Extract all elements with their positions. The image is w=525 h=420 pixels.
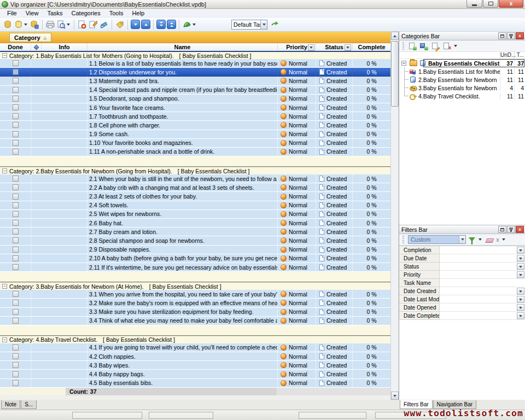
- task-row[interactable]: 2.4 Soft towels. Normal Created 0 %: [0, 201, 390, 210]
- done-checkbox[interactable]: [13, 96, 19, 102]
- task-row[interactable]: 1.3 Maternity pads and bra. Normal Creat…: [0, 77, 390, 85]
- done-checkbox[interactable]: [13, 229, 19, 235]
- menu-item[interactable]: Tools: [105, 9, 128, 18]
- task-row[interactable]: 1.5 Deodorant, soap and shampoo. Normal …: [0, 95, 390, 103]
- panel-restore-icon[interactable]: [498, 226, 506, 233]
- filter-dropdown-icon[interactable]: [517, 304, 524, 311]
- task-name[interactable]: 1.1 Below is a list of baby essentials i…: [88, 59, 278, 67]
- task-name[interactable]: 4.4 Baby nappy bags.: [88, 370, 278, 378]
- task-name[interactable]: 1.6 Your favorite face creams.: [88, 103, 278, 112]
- done-checkbox[interactable]: [13, 194, 19, 200]
- apply-filter-caret-icon[interactable]: [479, 238, 482, 241]
- task-name[interactable]: 2.9 Disposable nappies.: [88, 246, 278, 254]
- task-row[interactable]: 1.2 Disposable underwear for you. Normal…: [0, 68, 390, 77]
- categories-more-caret-icon[interactable]: [454, 45, 457, 47]
- task-name[interactable]: 3.3 Make sure you have sterilization equ…: [88, 308, 278, 316]
- done-checkbox[interactable]: [13, 291, 19, 297]
- edit-category-icon[interactable]: [431, 42, 440, 50]
- status-cell[interactable]: Created: [316, 228, 353, 236]
- filter-preset-dropdown-icon[interactable]: [459, 236, 465, 243]
- status-cell[interactable]: Created: [316, 95, 353, 103]
- tree-category-row[interactable]: 1.Baby Essentials List for Mothers 11 11: [399, 67, 525, 75]
- task-name[interactable]: 1.5 Deodorant, soap and shampoo.: [88, 95, 278, 103]
- tree-category-label[interactable]: 2.Baby Essentials for Newborn: [417, 77, 500, 83]
- priority-cell[interactable]: Normal: [278, 77, 316, 85]
- maximize-button[interactable]: [483, 0, 498, 8]
- edit-task-icon[interactable]: [88, 19, 98, 30]
- priority-cell[interactable]: Normal: [278, 370, 316, 378]
- task-row[interactable]: 2.6 Baby hat. Normal Created 0 %: [0, 219, 390, 228]
- move-bottom-icon[interactable]: [156, 20, 166, 29]
- filter-value-field[interactable]: [440, 295, 517, 304]
- panel-close-icon[interactable]: x: [516, 226, 524, 233]
- task-name[interactable]: 2.10 A baby bath (before giving a bath f…: [88, 254, 278, 262]
- new-database-icon[interactable]: [2, 19, 13, 30]
- priority-cell[interactable]: Normal: [278, 317, 316, 325]
- task-row[interactable]: 3.1 When you arrive from the hospital, y…: [0, 290, 390, 299]
- priority-filter-dropdown-icon[interactable]: [308, 44, 314, 51]
- task-row[interactable]: 1.9 Some cash. Normal Created 0 %: [0, 130, 390, 139]
- scrollbar-thumb[interactable]: [391, 41, 399, 107]
- task-row[interactable]: 4.1 If you are going to travel with your…: [0, 343, 390, 352]
- group-header-row[interactable]: − Category: 3.Baby Essentials for Newbor…: [0, 283, 390, 290]
- filter-dropdown-icon[interactable]: [517, 247, 524, 254]
- status-cell[interactable]: Created: [316, 174, 353, 183]
- apply-view-icon[interactable]: [270, 19, 281, 30]
- status-cell[interactable]: Created: [316, 219, 353, 227]
- status-cell[interactable]: Created: [316, 308, 353, 316]
- task-name[interactable]: 1.10 Your favorite books and magazines.: [88, 139, 278, 147]
- task-row[interactable]: 4.5 Baby essentials bibs. Normal Created…: [0, 379, 390, 388]
- task-name[interactable]: 1.3 Maternity pads and bra.: [88, 77, 278, 85]
- clear-filter-icon[interactable]: [486, 238, 494, 243]
- task-row[interactable]: 1.7 Toothbrush and toothpaste. Normal Cr…: [0, 112, 390, 121]
- status-cell[interactable]: Created: [316, 343, 353, 352]
- filter-value-field[interactable]: [440, 304, 517, 312]
- filter-value-field[interactable]: [440, 312, 517, 320]
- menu-item[interactable]: Help: [127, 9, 149, 18]
- combo-dropdown-icon[interactable]: [260, 20, 267, 29]
- task-name[interactable]: 2.5 Wet wipes for newborns.: [88, 210, 278, 218]
- task-row[interactable]: 1.1 Below is a list of baby essentials i…: [0, 59, 390, 68]
- task-name[interactable]: 2.6 Baby hat.: [88, 219, 278, 227]
- bottom-tab[interactable]: S...: [21, 400, 37, 409]
- status-cell[interactable]: Created: [316, 192, 353, 200]
- priority-cell[interactable]: Normal: [278, 95, 316, 103]
- task-name[interactable]: 2.2 A baby crib with a changing mat and …: [88, 183, 278, 191]
- done-checkbox[interactable]: [13, 149, 19, 155]
- print-icon[interactable]: [45, 19, 56, 30]
- priority-cell[interactable]: Normal: [278, 246, 316, 254]
- task-row[interactable]: 2.2 A baby crib with a changing mat and …: [0, 183, 390, 192]
- column-header-flag[interactable]: [31, 43, 42, 51]
- task-row[interactable]: 2.1 When your baby is still in the unit …: [0, 174, 390, 183]
- task-name[interactable]: 3.2 Make sure the baby's room is equippe…: [88, 299, 278, 307]
- priority-cell[interactable]: Normal: [278, 343, 316, 352]
- status-cell[interactable]: Created: [316, 246, 353, 254]
- done-checkbox[interactable]: [13, 87, 19, 93]
- priority-cell[interactable]: Normal: [278, 59, 316, 67]
- task-name[interactable]: 4.2 Cloth nappies.: [88, 352, 278, 360]
- priority-cell[interactable]: Normal: [278, 148, 316, 156]
- priority-cell[interactable]: Normal: [278, 174, 316, 183]
- filter-dropdown-icon[interactable]: [517, 296, 524, 303]
- add-task-icon[interactable]: [77, 19, 88, 30]
- status-cell[interactable]: Created: [316, 112, 353, 120]
- priority-cell[interactable]: Normal: [278, 86, 316, 94]
- task-name[interactable]: 1.7 Toothbrush and toothpaste.: [88, 112, 278, 120]
- task-name[interactable]: 2.1 When your baby is still in the unit …: [88, 174, 278, 183]
- status-filter-dropdown-icon[interactable]: [345, 44, 351, 51]
- status-cell[interactable]: Created: [316, 130, 353, 138]
- task-row[interactable]: 2.11 If it's wintertime, be sure you get…: [0, 263, 390, 272]
- priority-cell[interactable]: Normal: [278, 121, 316, 129]
- status-cell[interactable]: Created: [316, 290, 353, 298]
- task-row[interactable]: 3.4 Think of what else you may need to m…: [0, 317, 390, 325]
- task-name[interactable]: 2.3 At least 2 sets of clothes for your …: [88, 192, 278, 200]
- new-subcategory-icon[interactable]: [419, 42, 428, 50]
- task-name[interactable]: 4.3 Baby wipes.: [88, 361, 278, 369]
- done-checkbox[interactable]: [13, 131, 19, 137]
- done-checkbox[interactable]: [13, 122, 19, 128]
- task-row[interactable]: 4.2 Cloth nappies. Normal Created 0 %: [0, 352, 390, 361]
- done-checkbox[interactable]: [13, 113, 19, 119]
- filter-value-field[interactable]: [440, 246, 517, 254]
- status-cell[interactable]: Created: [316, 59, 353, 67]
- menu-item[interactable]: Categories: [67, 9, 105, 18]
